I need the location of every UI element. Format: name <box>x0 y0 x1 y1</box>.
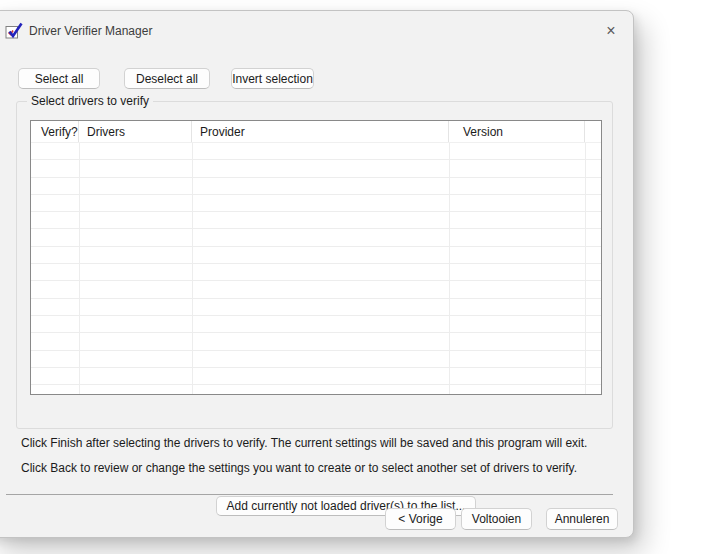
column-header-spacer <box>585 121 601 142</box>
driver-list-header: Verify? Drivers Provider Version <box>31 121 601 143</box>
invert-selection-button[interactable]: Invert selection <box>231 68 314 89</box>
title-bar: Driver Verifier Manager × <box>0 11 633 53</box>
driver-verifier-manager-window: Driver Verifier Manager × Select all Des… <box>0 10 634 538</box>
driver-list[interactable]: Verify? Drivers Provider Version <box>30 120 602 395</box>
deselect-all-button[interactable]: Deselect all <box>124 68 210 89</box>
column-header-version[interactable]: Version <box>449 121 585 142</box>
grid-vline <box>449 143 450 394</box>
desktop-backdrop: Driver Verifier Manager × Select all Des… <box>0 0 705 554</box>
grid-vline <box>79 143 80 394</box>
select-all-button[interactable]: Select all <box>18 68 100 89</box>
footer-separator <box>6 494 613 495</box>
driver-list-body[interactable] <box>31 143 601 394</box>
column-header-drivers[interactable]: Drivers <box>79 121 192 142</box>
window-title: Driver Verifier Manager <box>29 24 152 38</box>
grid-vline <box>192 143 193 394</box>
close-icon: × <box>606 23 615 39</box>
back-button[interactable]: < Vorige <box>385 508 456 530</box>
cancel-button[interactable]: Annuleren <box>546 508 618 530</box>
groupbox-label: Select drivers to verify <box>27 94 153 108</box>
finish-button[interactable]: Voltooien <box>461 508 532 530</box>
column-header-provider[interactable]: Provider <box>192 121 449 142</box>
column-header-verify[interactable]: Verify? <box>31 121 79 142</box>
finish-instruction-text: Click Finish after selecting the drivers… <box>21 436 587 450</box>
back-instruction-text: Click Back to review or change the setti… <box>21 461 577 475</box>
grid-vline <box>585 143 586 394</box>
close-button[interactable]: × <box>596 17 626 45</box>
driver-verifier-icon <box>5 22 23 39</box>
select-drivers-groupbox: Select drivers to verify Verify? Drivers… <box>16 101 613 429</box>
